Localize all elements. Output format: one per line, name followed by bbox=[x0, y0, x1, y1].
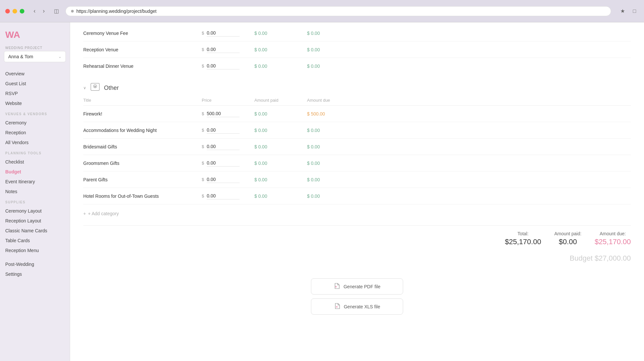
sidebar-item-table-cards[interactable]: Table Cards bbox=[0, 236, 70, 245]
row-title: Firework! bbox=[83, 111, 202, 116]
sidebar-item-label: Overview bbox=[5, 71, 24, 76]
close-button[interactable] bbox=[5, 9, 10, 13]
sidebar-item-label: Ceremony bbox=[5, 120, 27, 125]
amount-paid-value: $0.00 bbox=[554, 238, 581, 246]
row-price: $ bbox=[202, 193, 254, 199]
sidebar-item-label: RSVP bbox=[5, 91, 18, 96]
sidebar-item-label: Event Itinerary bbox=[5, 179, 35, 184]
xls-icon bbox=[334, 303, 341, 310]
price-input[interactable] bbox=[207, 160, 240, 167]
table-row: Groomsmen Gifts $ $ 0.00 $ 0.00 bbox=[83, 155, 631, 171]
table-row: Bridesmaid Gifts $ $ 0.00 $ 0.00 bbox=[83, 139, 631, 155]
back-button[interactable]: ‹ bbox=[31, 6, 38, 16]
row-price: $ bbox=[202, 160, 254, 167]
price-input[interactable] bbox=[207, 46, 240, 53]
project-selector[interactable]: Anna & Tom ⌄ bbox=[4, 51, 66, 62]
price-input[interactable] bbox=[207, 176, 240, 183]
amount-due: $ 0.00 bbox=[307, 177, 360, 182]
table-row: Firework! $ $ 0.00 $ 500.00 bbox=[83, 106, 631, 122]
amount-paid: $ 0.00 bbox=[254, 31, 307, 36]
bookmark-button[interactable]: ★ bbox=[618, 7, 628, 15]
split-view-button[interactable]: □ bbox=[630, 7, 639, 15]
generate-pdf-button[interactable]: Generate PDF file bbox=[311, 278, 403, 295]
sidebar-item-label: Settings bbox=[5, 271, 22, 277]
row-price: $ bbox=[202, 176, 254, 183]
sidebar-item-reception[interactable]: Reception bbox=[0, 128, 70, 138]
row-price: $ bbox=[202, 143, 254, 150]
sidebar-item-rsvp[interactable]: RSVP bbox=[0, 89, 70, 98]
sidebar-item-settings[interactable]: Settings bbox=[0, 269, 70, 279]
sidebar-item-event-itinerary[interactable]: Event Itinerary bbox=[0, 177, 70, 187]
minimize-button[interactable] bbox=[13, 9, 17, 13]
col-amount-due-label: Amount due bbox=[307, 98, 360, 103]
sidebar-item-reception-menu[interactable]: Reception Menu bbox=[0, 245, 70, 255]
planning-tools-label: PLANNING TOOLS bbox=[0, 147, 70, 157]
sidebar-item-post-wedding[interactable]: Post-Wedding bbox=[0, 259, 70, 269]
plus-icon: + bbox=[83, 211, 86, 216]
budget-section: Ceremony Venue Fee $ $ 0.00 $ 0.00 Recep… bbox=[70, 22, 644, 328]
sidebar-item-guest-list[interactable]: Guest List bbox=[0, 79, 70, 89]
sidebar-item-ceremony-layout[interactable]: Ceremony Layout bbox=[0, 206, 70, 216]
price-input[interactable] bbox=[207, 110, 240, 117]
amount-due: $ 0.00 bbox=[307, 47, 360, 52]
add-category-button[interactable]: + + Add category bbox=[83, 204, 631, 223]
row-price: $ bbox=[202, 110, 254, 117]
sidebar-item-label: Classic Name Cards bbox=[5, 228, 47, 233]
sidebar-item-notes[interactable]: Notes bbox=[0, 187, 70, 196]
total-col: Total: $25,170.00 bbox=[505, 231, 541, 246]
amount-paid-col: Amount paid: $0.00 bbox=[554, 231, 581, 246]
sidebar-item-label: Ceremony Layout bbox=[5, 208, 42, 214]
price-input[interactable] bbox=[207, 143, 240, 150]
maximize-button[interactable] bbox=[20, 9, 24, 13]
app-container: WA WEDDING PROJECT Anna & Tom ⌄ Overview… bbox=[0, 22, 644, 361]
table-row: Ceremony Venue Fee $ $ 0.00 $ 0.00 bbox=[83, 25, 631, 41]
sidebar-item-label: Reception Menu bbox=[5, 248, 39, 253]
totals-section: Total: $25,170.00 Amount paid: $0.00 Amo… bbox=[83, 225, 631, 251]
table-row: Reception Venue $ $ 0.00 $ 0.00 bbox=[83, 41, 631, 58]
amount-paid: $ 0.00 bbox=[254, 111, 307, 116]
generate-xls-button[interactable]: Generate XLS file bbox=[311, 298, 403, 315]
sidebar-item-label: Table Cards bbox=[5, 238, 30, 243]
amount-paid: $ 0.00 bbox=[254, 193, 307, 199]
sidebar-item-reception-layout[interactable]: Reception Layout bbox=[0, 216, 70, 226]
sidebar-item-label: Guest List bbox=[5, 81, 26, 86]
totals-grid: Total: $25,170.00 Amount paid: $0.00 Amo… bbox=[505, 231, 631, 246]
generate-pdf-label: Generate PDF file bbox=[344, 284, 380, 289]
price-input[interactable] bbox=[207, 30, 240, 37]
other-category-header: ∨ Other bbox=[83, 74, 631, 96]
url-text: https://planning.wedding/project/budget bbox=[76, 9, 157, 14]
row-title: Parent Gifts bbox=[83, 177, 202, 182]
sidebar-item-all-vendors[interactable]: All Vendors bbox=[0, 138, 70, 147]
logo-area: WA bbox=[0, 28, 70, 46]
sidebar-item-classic-name-cards[interactable]: Classic Name Cards bbox=[0, 226, 70, 236]
browser-chrome: ‹ › ◫ https://planning.wedding/project/b… bbox=[0, 0, 644, 22]
price-input[interactable] bbox=[207, 193, 240, 199]
sidebar-item-budget[interactable]: Budget bbox=[0, 167, 70, 177]
sidebar-item-overview[interactable]: Overview bbox=[0, 69, 70, 79]
sidebar-item-checklist[interactable]: Checklist bbox=[0, 157, 70, 167]
sidebar-toggle-button[interactable]: ◫ bbox=[51, 7, 62, 15]
collapse-chevron-icon[interactable]: ∨ bbox=[83, 86, 86, 90]
venues-vendors-label: VENUES & VENDORS bbox=[0, 108, 70, 118]
amount-due-label: Amount due: bbox=[595, 231, 631, 236]
traffic-lights bbox=[5, 9, 24, 13]
amount-paid-label: Amount paid: bbox=[554, 231, 581, 236]
url-bar[interactable]: https://planning.wedding/project/budget bbox=[65, 6, 611, 16]
sidebar-item-label: Post-Wedding bbox=[5, 262, 34, 267]
col-title-label: Title bbox=[83, 98, 202, 103]
sidebar-item-ceremony[interactable]: Ceremony bbox=[0, 118, 70, 128]
sidebar-item-label: Budget bbox=[5, 169, 21, 174]
sidebar-item-website[interactable]: Website bbox=[0, 98, 70, 108]
supplies-label: SUPPLIES bbox=[0, 196, 70, 206]
amount-due: $ 0.00 bbox=[307, 128, 360, 133]
table-row: Rehearsal Dinner Venue $ $ 0.00 $ 0.00 bbox=[83, 58, 631, 74]
amount-paid: $ 0.00 bbox=[254, 128, 307, 133]
row-title: Groomsmen Gifts bbox=[83, 161, 202, 166]
amount-due-col: Amount due: $25,170.00 bbox=[595, 231, 631, 246]
price-input[interactable] bbox=[207, 63, 240, 69]
action-buttons: Generate PDF file Generate XLS file bbox=[83, 271, 631, 328]
sidebar-item-label: Notes bbox=[5, 189, 17, 194]
forward-button[interactable]: › bbox=[40, 6, 47, 16]
price-input[interactable] bbox=[207, 127, 240, 134]
row-title: Bridesmaid Gifts bbox=[83, 144, 202, 149]
